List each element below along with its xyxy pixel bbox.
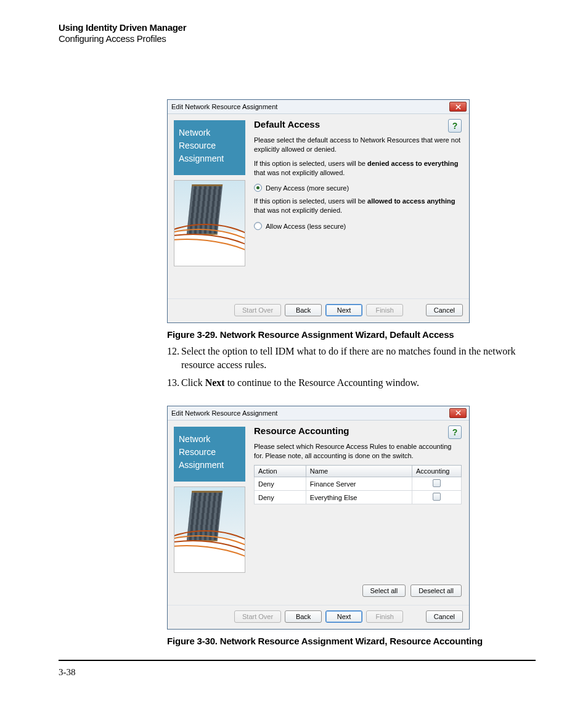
back-button[interactable]: Back [285,610,322,623]
side-line: Resource [179,446,240,459]
window-title: Edit Network Resource Assignment [171,409,449,417]
document-header: Using Identity Driven Manager Configurin… [59,22,536,44]
help-button[interactable]: ? [448,425,462,439]
cell-action: Deny [255,477,306,491]
accounting-checkbox[interactable] [433,479,441,487]
step-12: 12. Select the option to tell IDM what t… [167,345,536,371]
side-line: Resource [179,139,240,152]
titlebar: Edit Network Resource Assignment [168,406,469,420]
finish-button[interactable]: Finish [366,304,403,316]
content-title: Resource Accounting [254,425,448,436]
next-button[interactable]: Next [325,304,362,316]
cancel-button[interactable]: Cancel [426,304,463,316]
doc-subtitle: Configuring Access Profiles [59,33,536,44]
side-line: Assignment [179,152,240,165]
radio-label: Deny Access (more secure) [266,184,349,192]
intro-text: Please select which Resource Access Rule… [254,442,462,461]
side-line: Network [179,126,240,139]
intro-text: Please select the default access to Netw… [254,136,462,154]
help-button[interactable]: ? [448,119,462,133]
radio-icon [254,222,262,230]
content-panel: Default Access ? Please select the defau… [251,114,469,295]
finish-button[interactable]: Finish [366,610,403,623]
content-title: Default Access [254,119,448,129]
page-number: 3-38 [59,667,536,678]
col-action[interactable]: Action [255,466,306,477]
side-panel: Network Resource Assignment [168,114,251,295]
wizard-dialog-default-access: Edit Network Resource Assignment Network… [167,99,470,323]
side-image [174,180,245,266]
cell-action: Deny [255,491,306,504]
help-icon: ? [452,121,458,131]
figure-caption: Figure 3-30. Network Resource Assignment… [167,636,536,646]
cell-accounting [412,491,462,504]
start-over-button[interactable]: Start Over [234,304,281,316]
page-rule [59,660,536,661]
side-image [174,486,245,573]
wizard-footer: Start Over Back Next Finish Cancel [168,298,469,322]
back-button[interactable]: Back [285,304,322,316]
side-line: Network [179,433,240,446]
radio-icon [254,184,262,192]
col-accounting[interactable]: Accounting [412,466,462,477]
radio-label: Allow Access (less secure) [266,223,346,230]
radio-allow-access[interactable]: Allow Access (less secure) [254,222,462,230]
table-row[interactable]: Deny Everything Else [255,491,462,504]
content-panel: Resource Accounting ? Please select whic… [251,421,469,602]
figure-caption: Figure 3-29. Network Resource Assignment… [167,329,536,340]
side-line: Assignment [179,459,240,472]
deselect-all-button[interactable]: Deselect all [410,585,462,597]
cell-accounting [412,477,462,491]
cancel-button[interactable]: Cancel [426,610,463,623]
close-button[interactable] [449,408,467,418]
close-icon [455,104,461,110]
col-name[interactable]: Name [306,466,412,477]
step-13: 13. Click Next to continue to the Resour… [167,376,536,390]
accounting-table: Action Name Accounting Deny Finance Serv… [254,465,462,504]
start-over-button[interactable]: Start Over [234,610,281,623]
side-banner: Network Resource Assignment [174,120,245,175]
next-button[interactable]: Next [325,610,362,623]
doc-title: Using Identity Driven Manager [59,22,536,33]
help-icon: ? [452,427,458,437]
cell-name: Everything Else [306,491,412,504]
radio-deny-access[interactable]: Deny Access (more secure) [254,184,462,192]
deny-desc: If this option is selected, users will b… [254,159,462,178]
accounting-checkbox[interactable] [433,493,441,501]
wizard-dialog-resource-accounting: Edit Network Resource Assignment Network… [167,406,470,630]
close-button[interactable] [449,102,467,112]
side-panel: Network Resource Assignment [168,421,251,602]
titlebar: Edit Network Resource Assignment [168,100,469,113]
table-row[interactable]: Deny Finance Server [255,477,462,491]
allow-desc: If this option is selected, users will b… [254,197,462,215]
select-all-button[interactable]: Select all [362,585,406,597]
wizard-footer: Start Over Back Next Finish Cancel [168,605,469,629]
window-title: Edit Network Resource Assignment [171,103,449,110]
cell-name: Finance Server [306,477,412,491]
close-icon [455,410,461,416]
side-banner: Network Resource Assignment [174,427,245,482]
